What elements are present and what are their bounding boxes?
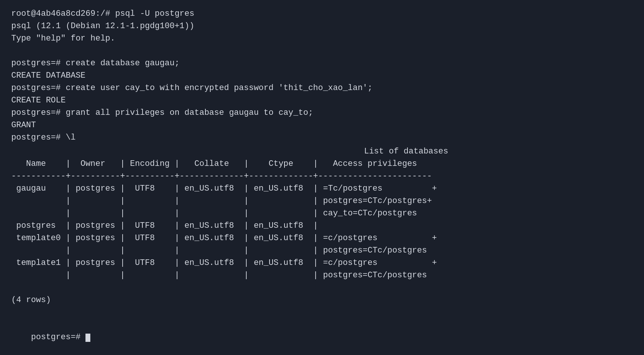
terminal-line-3: Type "help" for help. <box>11 32 633 45</box>
terminal-line-7: postgres=# create user cay_to with encry… <box>11 82 633 94</box>
table-row-gaugau-2: | | | | | postgres=CTc/postgres+ <box>11 195 633 207</box>
table-separator: -----------+----------+----------+------… <box>11 170 633 182</box>
blank-line-2 <box>11 281 633 294</box>
table-row-gaugau-1: gaugau | postgres | UTF8 | en_US.utf8 | … <box>11 182 633 195</box>
final-prompt-text: postgres=# <box>31 332 85 342</box>
terminal-line-5: postgres=# create database gaugau; <box>11 57 633 69</box>
table-row-postgres: postgres | postgres | UTF8 | en_US.utf8 … <box>11 220 633 232</box>
table-title: List of databases <box>11 145 633 158</box>
final-prompt-line: postgres=# <box>11 319 633 355</box>
table-row-template1-2: | | | | | postgres=CTc/postgres <box>11 269 633 281</box>
blank-line-1 <box>11 45 633 57</box>
terminal-line-6: CREATE DATABASE <box>11 69 633 82</box>
rows-count: (4 rows) <box>11 294 633 306</box>
terminal: root@4ab46a8cd269:/# psql -U postgres ps… <box>11 8 633 355</box>
cursor-blink <box>85 334 90 342</box>
blank-line-3 <box>11 306 633 319</box>
terminal-line-9: postgres=# grant all privileges on datab… <box>11 107 633 119</box>
terminal-line-2: psql (12.1 (Debian 12.1-1.pgdg100+1)) <box>11 20 633 32</box>
terminal-line-1: root@4ab46a8cd269:/# psql -U postgres <box>11 8 633 20</box>
table-row-template0-1: template0 | postgres | UTF8 | en_US.utf8… <box>11 232 633 244</box>
terminal-line-11: postgres=# \l <box>11 131 633 144</box>
database-table: List of databases Name | Owner | Encodin… <box>11 145 633 281</box>
terminal-line-10: GRANT <box>11 119 633 131</box>
table-row-template1-1: template1 | postgres | UTF8 | en_US.utf8… <box>11 257 633 269</box>
table-header: Name | Owner | Encoding | Collate | Ctyp… <box>11 158 633 170</box>
terminal-line-8: CREATE ROLE <box>11 94 633 107</box>
table-row-template0-2: | | | | | postgres=CTc/postgres <box>11 244 633 257</box>
table-row-gaugau-3: | | | | | cay_to=CTc/postgres <box>11 207 633 220</box>
